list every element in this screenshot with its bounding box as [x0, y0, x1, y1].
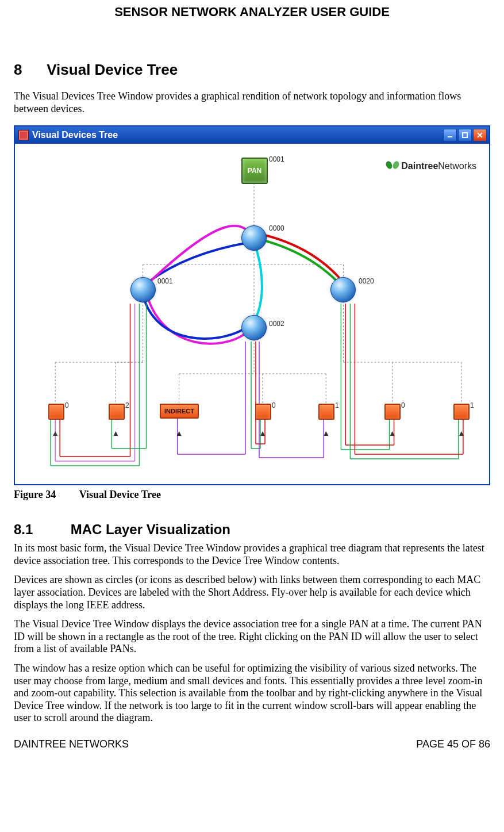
section-heading: 8 Visual Device Tree: [14, 61, 490, 79]
figure-label: Figure 34: [14, 489, 56, 500]
pan-label: PAN: [248, 167, 261, 175]
subsection-title: MAC Layer Visualization: [71, 522, 230, 537]
close-button[interactable]: [473, 129, 487, 141]
page-footer: DAINTREE NETWORKS PAGE 45 OF 86: [14, 738, 490, 750]
indirect-box[interactable]: INDIRECT: [160, 404, 199, 419]
figure-title: Visual Device Tree: [79, 489, 161, 500]
body-para-0: In its most basic form, the Visual Devic…: [14, 542, 490, 567]
end-device-1[interactable]: [109, 404, 125, 420]
section-title: Visual Device Tree: [47, 61, 178, 78]
end-device-label-4: 0: [401, 401, 405, 409]
footer-left: DAINTREE NETWORKS: [14, 738, 129, 750]
node-label-0000: 0000: [269, 224, 284, 232]
end-device-5[interactable]: [453, 404, 470, 420]
visual-devices-tree-window: Visual Devices Tree DaintreeNetworks: [14, 125, 490, 485]
intro-paragraph: The Visual Devices Tree Window provides …: [14, 90, 490, 115]
diagram-canvas[interactable]: DaintreeNetworks: [15, 144, 489, 484]
end-device-label-5: 1: [470, 401, 474, 409]
footer-right: PAGE 45 OF 86: [416, 738, 490, 750]
end-device-label-0: 0: [65, 401, 69, 409]
svg-rect-1: [463, 133, 467, 137]
body-para-3: The window has a resize option which can…: [14, 662, 490, 724]
pan-id-label: 0001: [269, 155, 284, 163]
svg-rect-0: [448, 136, 452, 137]
minimize-button[interactable]: [443, 129, 457, 141]
router-node-0001[interactable]: [130, 277, 156, 302]
figure-caption: Figure 34 Visual Device Tree: [14, 489, 490, 501]
pan-root-node[interactable]: PAN: [241, 158, 268, 184]
app-icon: [18, 130, 29, 140]
router-node-0002[interactable]: [241, 315, 267, 340]
end-device-2[interactable]: [255, 404, 271, 420]
router-node-0020[interactable]: [330, 277, 356, 302]
close-icon: [477, 132, 483, 138]
end-device-label-1: 2: [125, 401, 129, 409]
end-device-3[interactable]: [318, 404, 334, 420]
window-title: Visual Devices Tree: [32, 130, 118, 140]
end-device-label-2: 0: [272, 401, 276, 409]
end-device-4[interactable]: [384, 404, 401, 420]
end-device-label-3: 1: [335, 401, 339, 409]
maximize-button[interactable]: [458, 129, 472, 141]
router-node-0000[interactable]: [241, 225, 267, 251]
section-number: 8: [14, 61, 43, 79]
node-label-0001: 0001: [157, 277, 173, 285]
diagram-connections: [15, 144, 489, 484]
end-device-0[interactable]: [48, 404, 64, 420]
node-label-0002: 0002: [269, 320, 284, 328]
document-title: SENSOR NETWORK ANALYZER USER GUIDE: [14, 5, 490, 20]
node-label-0020: 0020: [359, 277, 374, 285]
minimize-icon: [447, 132, 453, 138]
body-para-2: The Visual Device Tree Window displays t…: [14, 618, 490, 655]
window-titlebar[interactable]: Visual Devices Tree: [15, 126, 489, 144]
subsection-heading: 8.1 MAC Layer Visualization: [14, 522, 490, 538]
body-para-1: Devices are shown as circles (or icons a…: [14, 574, 490, 611]
indirect-label: INDIRECT: [164, 408, 194, 415]
maximize-icon: [462, 132, 468, 138]
subsection-number: 8.1: [14, 522, 67, 538]
